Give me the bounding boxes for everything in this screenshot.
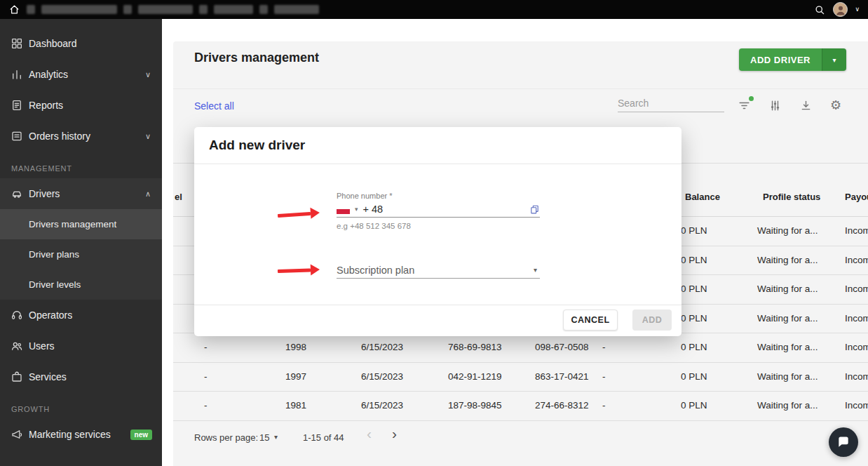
redacted-nav-item[interactable] bbox=[274, 5, 319, 14]
sidebar-item-label: Marketing services bbox=[29, 429, 111, 440]
tune-icon[interactable] bbox=[766, 97, 783, 114]
cell-year: 1997 bbox=[285, 371, 306, 382]
search-input[interactable] bbox=[618, 96, 724, 112]
subscription-plan-select[interactable]: Subscription plan ▾ bbox=[337, 262, 540, 279]
chevron-down-icon[interactable]: ∨ bbox=[855, 6, 860, 13]
caret-down-icon[interactable]: ▾ bbox=[274, 433, 278, 441]
table-row[interactable]: - 1981 6/15/2023 187-98-9845 274-66-8312… bbox=[173, 392, 868, 421]
sidebar-item-driver-plans[interactable]: Driver plans bbox=[0, 239, 162, 269]
megaphone-icon bbox=[10, 428, 23, 441]
caret-down-icon[interactable]: ▾ bbox=[355, 206, 358, 213]
add-driver-dropdown-button[interactable]: ▾ bbox=[822, 48, 846, 71]
add-driver-split-button: ADD DRIVER ▾ bbox=[739, 48, 846, 71]
cell-model: - bbox=[204, 342, 208, 352]
sidebar-item-label: Operators bbox=[29, 309, 72, 321]
chat-icon bbox=[836, 435, 850, 449]
table-row[interactable]: - 1998 6/15/2023 768-69-9813 098-67-0508… bbox=[173, 333, 868, 363]
chevron-down-icon: ∨ bbox=[145, 70, 151, 79]
cell-balance: 0 PLN bbox=[681, 284, 707, 294]
sidebar-item-marketing-services[interactable]: Marketing services new bbox=[0, 419, 162, 450]
sidebar-item-label: Drivers management bbox=[29, 219, 116, 229]
select-all-link[interactable]: Select all bbox=[194, 100, 234, 112]
analytics-icon bbox=[10, 68, 23, 81]
pagination-range: 1-15 of 44 bbox=[303, 432, 344, 443]
redacted-nav-item[interactable] bbox=[259, 5, 268, 14]
redacted-nav-item[interactable] bbox=[123, 5, 132, 14]
cell-balance: 0 PLN bbox=[681, 225, 707, 236]
topbar: ∨ bbox=[0, 0, 868, 19]
reports-icon bbox=[10, 99, 23, 112]
cell-id-2: 274-66-8312 bbox=[535, 400, 589, 411]
sidebar-item-label: Users bbox=[29, 340, 55, 352]
redacted-nav-item[interactable] bbox=[199, 5, 208, 14]
orders-history-icon bbox=[10, 130, 23, 143]
caret-down-icon: ▾ bbox=[832, 56, 836, 64]
cell-balance: 0 PLN bbox=[681, 342, 707, 352]
cell-id-2: 863-17-0421 bbox=[535, 371, 589, 382]
caret-down-icon: ▾ bbox=[534, 266, 540, 274]
download-icon[interactable] bbox=[797, 97, 814, 114]
sidebar-item-services[interactable]: Services bbox=[0, 361, 162, 392]
home-icon[interactable] bbox=[8, 4, 20, 15]
phone-number-label: Phone number * bbox=[337, 192, 540, 200]
subscription-plan-placeholder: Subscription plan bbox=[337, 265, 414, 276]
cell-profile-status: Waiting for a... bbox=[757, 313, 818, 324]
add-button[interactable]: ADD bbox=[632, 309, 672, 331]
sidebar-item-label: Orders history bbox=[29, 131, 90, 142]
sidebar-item-label: Driver plans bbox=[29, 249, 79, 260]
cell-id-1: 768-69-9813 bbox=[448, 342, 502, 352]
arrow-shaft bbox=[278, 211, 311, 217]
sidebar-item-operators[interactable]: Operators bbox=[0, 300, 162, 331]
sidebar-item-drivers-management[interactable]: Drivers management bbox=[0, 209, 162, 239]
poland-flag-icon[interactable] bbox=[337, 205, 350, 214]
redacted-nav-item[interactable] bbox=[214, 5, 253, 14]
cell-profile-status: Waiting for a... bbox=[757, 371, 818, 382]
avatar[interactable] bbox=[833, 2, 848, 17]
chevron-down-icon: ∨ bbox=[145, 132, 151, 141]
sidebar-item-analytics[interactable]: Analytics ∨ bbox=[0, 59, 162, 90]
sidebar-item-users[interactable]: Users bbox=[0, 331, 162, 361]
search-icon[interactable] bbox=[813, 4, 826, 16]
phone-number-hint: e.g +48 512 345 678 bbox=[337, 222, 540, 230]
redacted-nav-item[interactable] bbox=[27, 5, 35, 14]
sidebar-group-drivers: Drivers ∧ Drivers management Driver plan… bbox=[0, 178, 162, 300]
gear-icon[interactable]: ⚙ bbox=[827, 97, 844, 114]
rows-per-page-label: Rows per page: bbox=[194, 432, 258, 443]
column-header-balance: Balance bbox=[685, 192, 720, 202]
filter-icon[interactable] bbox=[735, 97, 752, 114]
add-driver-button[interactable]: ADD DRIVER bbox=[739, 48, 822, 71]
cell-date: 6/15/2023 bbox=[361, 400, 403, 411]
next-page-button[interactable]: › bbox=[392, 425, 397, 442]
rows-per-page-select[interactable]: 15 bbox=[259, 432, 269, 443]
filter-active-dot bbox=[749, 96, 754, 101]
chat-bubble-button[interactable] bbox=[829, 427, 858, 457]
cell-payout: Incomplete bbox=[845, 225, 868, 236]
sidebar-item-drivers[interactable]: Drivers ∧ bbox=[0, 178, 162, 209]
sidebar-item-reports[interactable]: Reports bbox=[0, 90, 162, 121]
paste-icon[interactable] bbox=[529, 204, 540, 215]
sidebar-section-management: MANAGEMENT bbox=[0, 152, 162, 178]
redacted-nav-item[interactable] bbox=[41, 5, 117, 14]
sidebar-item-driver-levels[interactable]: Driver levels bbox=[0, 269, 162, 300]
dial-code: + 48 bbox=[363, 204, 384, 215]
cell-id-2: 098-67-0508 bbox=[535, 342, 589, 352]
arrow-head bbox=[310, 207, 320, 219]
cell-balance: 0 PLN bbox=[681, 255, 707, 265]
sidebar-item-label: Services bbox=[29, 371, 67, 382]
sidebar-item-orders-history[interactable]: Orders history ∨ bbox=[0, 121, 162, 152]
cell-profile-status: Waiting for a... bbox=[757, 255, 818, 265]
cell-payout: Incomplete bbox=[845, 284, 868, 294]
cancel-button[interactable]: CANCEL bbox=[563, 309, 618, 331]
cell-model: - bbox=[204, 371, 208, 382]
sidebar-item-dashboard[interactable]: Dashboard bbox=[0, 28, 162, 59]
sidebar-item-label: Driver levels bbox=[29, 279, 81, 290]
table-row[interactable]: - 1997 6/15/2023 042-91-1219 863-17-0421… bbox=[173, 363, 868, 392]
dashboard-icon bbox=[10, 37, 23, 51]
sidebar-section-growth: GROWTH bbox=[0, 392, 162, 419]
chevron-up-icon: ∧ bbox=[145, 189, 151, 199]
topbar-actions: ∨ bbox=[813, 2, 860, 17]
previous-page-button[interactable]: ‹ bbox=[367, 425, 372, 442]
column-header-payout: Payout bbox=[845, 192, 868, 202]
redacted-nav-item[interactable] bbox=[138, 5, 193, 14]
phone-number-input[interactable]: ▾ + 48 bbox=[337, 201, 540, 218]
